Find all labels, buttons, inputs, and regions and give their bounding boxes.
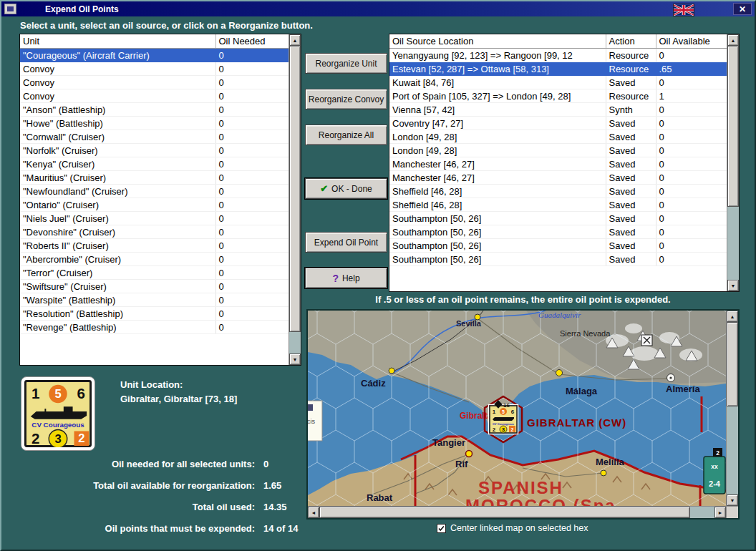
stat-row: Oil points that must be expended:14 of 1… xyxy=(20,523,328,545)
oil-source-row[interactable]: Coventry [47, 27]Saved0 xyxy=(389,117,727,130)
stat-row: Total oil available for reorganization:1… xyxy=(20,480,328,502)
instruction-text: Select a unit, select an oil source, or … xyxy=(20,20,313,31)
map-label: Rabat xyxy=(367,492,393,503)
app-icon[interactable] xyxy=(4,4,16,14)
scrollbar-thumb[interactable] xyxy=(319,507,690,518)
unit-row[interactable]: "Newfoundland" (Cruiser)0 xyxy=(20,185,289,198)
unit-row[interactable]: "Abercrombie" (Cruiser)0 xyxy=(20,253,289,266)
oil-source-row[interactable]: Vienna [57, 42]Synth0 xyxy=(389,103,727,117)
oil-source-row[interactable]: Sheffield [46, 28]Saved0 xyxy=(389,185,727,198)
unit-row[interactable]: "Resolution" (Battleship)0 xyxy=(20,307,289,321)
unit-row[interactable]: "Warspite" (Battleship)0 xyxy=(20,293,289,307)
scroll-down-icon[interactable]: ▼ xyxy=(727,494,738,506)
oil-source-row[interactable]: Estevan [52, 287] => Ottawa [58, 313]Res… xyxy=(389,62,727,76)
mini-attack: 1 xyxy=(493,409,496,415)
map-vertical-scrollbar[interactable]: ▲ ▼ xyxy=(726,311,738,506)
unit-row[interactable]: "Roberts II" (Cruiser)0 xyxy=(20,239,289,253)
map-svg[interactable]: SevillaGuadalquivirSierra NevadaCádizMál… xyxy=(308,311,726,506)
oil-source-row[interactable]: Port of Spain [105, 327] => London [49, … xyxy=(389,89,727,103)
center-map-checkbox[interactable] xyxy=(437,524,446,533)
oil-table-scrollbar[interactable]: ▲ ▼ xyxy=(727,34,739,291)
stat-value: 14.35 xyxy=(263,502,287,523)
mini-defense: 6 xyxy=(511,409,515,415)
unit-row[interactable]: "Mauritius" (Cruiser)0 xyxy=(20,171,289,185)
unit-column-header[interactable]: Unit xyxy=(20,34,215,49)
oil-stats: Oil needed for all selected units:0Total… xyxy=(20,459,328,545)
scrollbar-thumb[interactable] xyxy=(727,46,739,207)
oil-source-row[interactable]: London [49, 28]Saved0 xyxy=(389,130,727,144)
unit-table-viewport[interactable]: Unit Oil Needed "Courageous" (Aircraft C… xyxy=(20,34,289,365)
oil-source-row[interactable]: Southampton [50, 26]Saved0 xyxy=(389,212,727,225)
unit-row[interactable]: "Norfolk" (Cruiser)0 xyxy=(20,144,289,157)
counter-bl-value: 2 xyxy=(32,430,39,447)
oil-source-row[interactable]: Manchester [46, 27]Saved0 xyxy=(389,157,727,171)
reorganize-convoy-button[interactable]: Reorganize Convoy xyxy=(305,89,387,109)
ok-done-button[interactable]: ✔ OK - Done xyxy=(305,178,387,199)
help-button[interactable]: ? Help xyxy=(305,268,387,288)
unit-row[interactable]: Convoy0 xyxy=(20,76,289,89)
oil-available-column-header[interactable]: Oil Available xyxy=(656,34,727,49)
unit-row[interactable]: "Courageous" (Aircraft Carrier)0 xyxy=(20,49,289,62)
unit-row[interactable]: "Kenya" (Cruiser)0 xyxy=(20,157,289,171)
oil-table-viewport[interactable]: Oil Source Location Action Oil Available… xyxy=(389,34,727,291)
unit-row[interactable]: "Revenge" (Battleship)0 xyxy=(20,321,289,334)
scroll-up-icon[interactable]: ▲ xyxy=(289,34,301,46)
counter-unit-name: CV Courageous xyxy=(32,421,84,429)
scrollbar-track[interactable] xyxy=(289,332,301,353)
close-button[interactable]: ✕ xyxy=(733,3,752,15)
map-unit-counter[interactable]: 1 5 6 CV Courageous 2 3 2 16 xyxy=(489,400,518,434)
unit-row[interactable]: Convoy0 xyxy=(20,62,289,76)
center-map-checkbox-label: Center linked map on selected hex xyxy=(450,523,588,533)
unit-row[interactable]: "Terror" (Cruiser)0 xyxy=(20,266,289,280)
scrollbar-track[interactable] xyxy=(690,507,714,518)
oil-source-row[interactable]: Southampton [50, 26]Saved0 xyxy=(389,253,727,266)
reorganize-all-button[interactable]: Reorganize All xyxy=(305,125,387,145)
title-bar[interactable]: Expend Oil Points ✕ xyxy=(1,1,755,16)
oil-needed-column-header[interactable]: Oil Needed xyxy=(215,34,289,49)
unit-row[interactable]: "Swiftsure" (Cruiser)0 xyxy=(20,280,289,293)
stat-label: Oil points that must be expended: xyxy=(20,523,255,545)
scroll-down-icon[interactable]: ▼ xyxy=(289,353,301,365)
action-column-header[interactable]: Action xyxy=(606,34,656,49)
scrollbar-thumb[interactable] xyxy=(289,46,301,332)
map-label: Sevilla xyxy=(456,319,482,328)
oil-source-location-column-header[interactable]: Oil Source Location xyxy=(389,34,606,49)
map[interactable]: SevillaGuadalquivirSierra NevadaCádizMál… xyxy=(308,311,726,506)
scroll-up-icon[interactable]: ▲ xyxy=(727,311,738,322)
unit-row[interactable]: Convoy0 xyxy=(20,89,289,103)
scroll-right-icon[interactable]: ► xyxy=(714,507,726,518)
scrollbar-track[interactable] xyxy=(727,406,738,494)
selected-unit-counter: 1 5 6 CV Courageous 2 3 2 xyxy=(21,376,95,451)
oil-point-notice: If .5 or less of an oil point remains, t… xyxy=(306,294,740,305)
oil-source-row[interactable]: Manchester [46, 27]Saved0 xyxy=(389,171,727,185)
oil-source-row[interactable]: Southampton [50, 26]Saved0 xyxy=(389,225,727,239)
scrollbar-thumb[interactable] xyxy=(727,322,738,406)
map-label: GIBRALTAR (CW) xyxy=(527,416,626,429)
unit-row[interactable]: "Howe" (Battleship)0 xyxy=(20,117,289,130)
unit-row[interactable]: "Devonshire" (Cruiser)0 xyxy=(20,225,289,239)
oil-source-row[interactable]: Southampton [50, 26]Saved0 xyxy=(389,239,727,253)
oil-source-row[interactable]: Sheffield [46, 28]Saved0 xyxy=(389,198,727,212)
edge-unit-badge: 2 xyxy=(716,449,719,457)
scroll-down-icon[interactable]: ▼ xyxy=(727,280,739,291)
unit-row[interactable]: "Niels Juel" (Cruiser)0 xyxy=(20,212,289,225)
stat-label: Total oil used: xyxy=(20,502,255,523)
expend-oil-point-button[interactable]: Expend Oil Point xyxy=(305,232,387,253)
unit-row[interactable]: "Anson" (Battleship)0 xyxy=(20,103,289,117)
map-label: Tangier xyxy=(432,437,465,448)
unit-row[interactable]: "Cornwall" (Cruiser)0 xyxy=(20,130,289,144)
oil-source-row[interactable]: London [49, 28]Saved0 xyxy=(389,144,727,157)
center-map-option: Center linked map on selected hex xyxy=(437,523,588,533)
scrollbar-track[interactable] xyxy=(727,207,739,280)
checkmark-icon xyxy=(437,525,445,532)
mini-br: 2 xyxy=(511,427,514,432)
unit-row[interactable]: "Ontario" (Cruiser)0 xyxy=(20,198,289,212)
map-horizontal-scrollbar[interactable]: ◄ ► xyxy=(308,506,726,518)
counter-move-value: 5 xyxy=(54,387,61,401)
oil-source-row[interactable]: Yenangyaung [92, 123] => Rangoon [99, 12… xyxy=(389,49,727,62)
oil-source-row[interactable]: Kuwait [84, 76]Saved0 xyxy=(389,76,727,89)
scroll-up-icon[interactable]: ▲ xyxy=(727,34,739,46)
reorganize-unit-button[interactable]: Reorganize Unit xyxy=(305,53,387,74)
unit-table-scrollbar[interactable]: ▲ ▼ xyxy=(289,34,301,365)
stat-row: Total oil used:14.35 xyxy=(20,502,328,523)
